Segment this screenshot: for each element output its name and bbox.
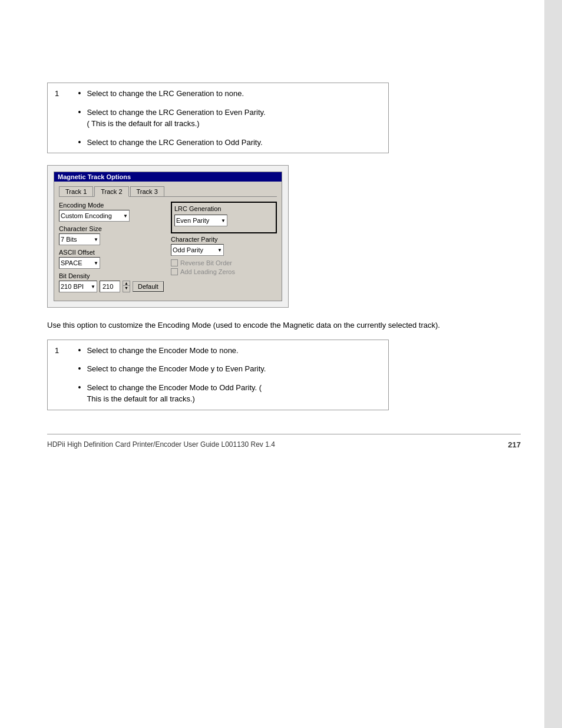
encoding-mode-row: Custom Encoding ▼ <box>59 210 165 222</box>
encoder-bullet-text-3: Select to change the Encoder Mode to Odd… <box>87 382 262 405</box>
default-button[interactable]: Default <box>133 281 164 292</box>
lrc-bullet-3: • Select to change the LRC Generation to… <box>78 137 382 149</box>
tab-track3[interactable]: Track 3 <box>130 186 164 196</box>
encoder-bullet-1: • Select to change the Encoder Mode to n… <box>78 345 382 357</box>
page-container: 1 • Select to change the LRC Generation … <box>0 0 562 728</box>
encoder-bullet-3: • Select to change the Encoder Mode to O… <box>78 382 382 405</box>
right-field-group: LRC Generation Even Parity ▼ <box>171 202 277 296</box>
row-number-1: 1 <box>48 83 71 153</box>
encoder-bullet-icon-2: • <box>78 363 81 375</box>
ascii-offset-arrow: ▼ <box>92 261 98 266</box>
encoder-content-cell: • Select to change the Encoder Mode to n… <box>71 340 389 410</box>
description-text: Use this option to customize the Encodin… <box>47 319 521 331</box>
lrc-bullet-text-3: Select to change the LRC Generation to O… <box>87 137 262 149</box>
tab-bar: Track 1 Track 2 Track 3 <box>59 186 277 197</box>
reverse-bit-checkbox[interactable] <box>171 259 178 266</box>
bit-density-spinbox[interactable]: 210 <box>100 281 120 292</box>
main-content: 1 • Select to change the LRC Generation … <box>0 0 544 728</box>
encoder-bullet-text-1: Select to change the Encoder Mode to non… <box>87 345 238 357</box>
encoder-bullet-2: • Select to change the Encoder Mode y to… <box>78 363 382 375</box>
lrc-bullet-2: • Select to change the LRC Generation to… <box>78 107 382 130</box>
lrc-bullet-1: • Select to change the LRC Generation to… <box>78 88 382 100</box>
bit-density-arrow: ▼ <box>90 284 95 289</box>
bit-density-row: 210 BPI ▼ 210 ▲ ▼ Default <box>59 281 165 292</box>
spin-control[interactable]: ▲ ▼ <box>123 281 130 292</box>
lrc-box: LRC Generation Even Parity ▼ <box>171 202 277 233</box>
bit-density-label: Bit Density <box>59 272 165 279</box>
tab-track1[interactable]: Track 1 <box>59 186 93 196</box>
character-size-label: Character Size <box>59 225 165 232</box>
tab-track2[interactable]: Track 2 <box>94 186 128 197</box>
bullet-icon-2: • <box>78 107 81 118</box>
char-parity-section: Character Parity Odd Parity ▼ <box>171 236 277 256</box>
encoding-mode-label: Encoding Mode <box>59 202 165 209</box>
bullet-icon-1: • <box>78 88 81 100</box>
lrc-bullet-text-2: Select to change the LRC Generation to E… <box>87 107 265 130</box>
page-footer: HDPii High Definition Card Printer/Encod… <box>47 434 521 449</box>
bullet-icon-3: • <box>78 137 81 149</box>
bit-density-select[interactable]: 210 BPI ▼ <box>59 281 97 292</box>
spin-up-arrow[interactable]: ▲ <box>123 281 130 286</box>
encoder-bullet-icon-1: • <box>78 345 81 357</box>
character-size-select[interactable]: 7 Bits ▼ <box>59 233 100 245</box>
left-field-group: Encoding Mode Custom Encoding ▼ Characte… <box>59 202 165 296</box>
dialog-titlebar: Magnetic Track Options <box>54 172 282 182</box>
footer-text: HDPii High Definition Card Printer/Encod… <box>47 440 275 449</box>
dialog-screenshot: Magnetic Track Options Track 1 Track 2 T… <box>47 165 289 308</box>
right-sidebar <box>544 0 562 728</box>
character-parity-row: Odd Parity ▼ <box>171 244 277 256</box>
ascii-offset-label: ASCII Offset <box>59 249 165 256</box>
spin-down-arrow[interactable]: ▼ <box>123 286 130 290</box>
encoder-bullet-icon-3: • <box>78 382 81 394</box>
lrc-instruction-table: 1 • Select to change the LRC Generation … <box>47 83 389 153</box>
add-leading-zeros-checkbox[interactable] <box>171 268 178 275</box>
page-number: 217 <box>508 440 521 449</box>
encoding-mode-select[interactable]: Custom Encoding ▼ <box>59 210 130 222</box>
character-parity-label: Character Parity <box>171 236 277 243</box>
lrc-content-cell: • Select to change the LRC Generation to… <box>71 83 389 153</box>
dialog-window: Magnetic Track Options Track 1 Track 2 T… <box>54 172 282 301</box>
character-parity-select[interactable]: Odd Parity ▼ <box>171 244 224 256</box>
character-size-arrow: ▼ <box>92 237 98 242</box>
lrc-generation-arrow: ▼ <box>220 218 226 223</box>
encoder-bullet-text-2: Select to change the Encoder Mode y to E… <box>87 363 266 375</box>
lrc-generation-row: Even Parity ▼ <box>174 215 273 226</box>
lrc-generation-label: LRC Generation <box>174 205 273 212</box>
lrc-generation-select[interactable]: Even Parity ▼ <box>174 215 227 226</box>
add-leading-zeros-row: Add Leading Zeros <box>171 268 277 275</box>
dialog-fields: Encoding Mode Custom Encoding ▼ Characte… <box>59 202 277 296</box>
encoding-mode-arrow: ▼ <box>122 213 128 219</box>
ascii-offset-row: SPACE ▼ <box>59 257 165 269</box>
encoder-instruction-table: 1 • Select to change the Encoder Mode to… <box>47 340 389 410</box>
dialog-body: Track 1 Track 2 Track 3 <box>54 182 282 301</box>
encoder-row-number: 1 <box>48 340 71 410</box>
character-size-row: 7 Bits ▼ <box>59 233 165 245</box>
character-parity-arrow: ▼ <box>216 248 222 253</box>
lrc-bullet-text-1: Select to change the LRC Generation to n… <box>87 88 244 100</box>
reverse-bit-row: Reverse Bit Order <box>171 259 277 266</box>
ascii-offset-select[interactable]: SPACE ▼ <box>59 257 100 269</box>
